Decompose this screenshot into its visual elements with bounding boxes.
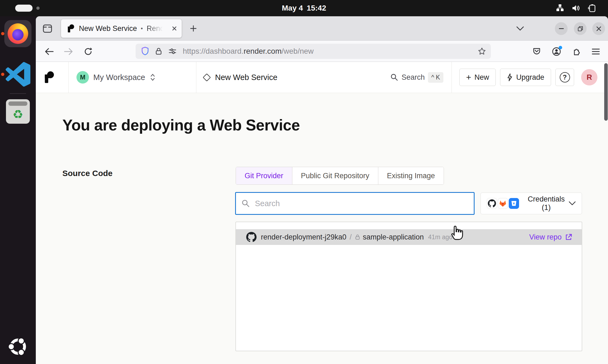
repo-search-input[interactable] [255, 199, 468, 208]
back-button[interactable] [42, 44, 56, 59]
page-title: New Web Service [215, 73, 277, 82]
account-notification-dot [559, 46, 562, 49]
browser-tab[interactable]: New Web Service • Rend [61, 19, 182, 38]
tab-git-provider[interactable]: Git Provider [236, 167, 292, 184]
extensions-button[interactable] [569, 44, 584, 59]
window-close-button[interactable] [592, 22, 605, 35]
question-icon: ? [560, 72, 570, 82]
pocket-icon [532, 47, 541, 56]
service-diamond-icon [203, 73, 211, 81]
view-repo-link[interactable]: View repo [529, 233, 572, 241]
shield-icon [141, 47, 149, 56]
window-maximize-button[interactable] [574, 22, 587, 35]
header-divider [68, 62, 69, 93]
header-divider [452, 62, 452, 93]
workspace-selector[interactable]: M My Workspace [76, 62, 156, 93]
system-tray[interactable] [555, 0, 597, 16]
app-header: M My Workspace New Web Service Search ^ … [36, 62, 608, 93]
github-chip [487, 198, 497, 209]
menu-button[interactable] [588, 44, 603, 59]
repo-name: sample-application [363, 233, 424, 241]
url-domain: render.com [244, 47, 281, 55]
tab-public-git-repository[interactable]: Public Git Repository [292, 167, 378, 184]
clock-date: May 4 [282, 4, 303, 12]
vscode-running-dot [1, 73, 4, 76]
new-button[interactable]: + New [459, 69, 496, 86]
url-path: /web/new [281, 47, 313, 55]
chevron-down-icon [569, 201, 576, 206]
lightning-icon [507, 73, 513, 81]
repo-updated-time: 41m ago [428, 234, 453, 241]
forward-button[interactable] [61, 44, 76, 59]
trash-icon: ♻ [6, 99, 30, 124]
workspace-name: My Workspace [93, 73, 145, 82]
user-avatar[interactable]: R [581, 69, 597, 85]
dock-vscode[interactable] [4, 62, 31, 87]
new-tab-button[interactable] [187, 22, 200, 35]
search-shortcut-badge: ^ K [428, 72, 443, 83]
reload-button[interactable] [81, 44, 95, 59]
repo-separator: / [350, 233, 352, 241]
browser-toolbar: https://dashboard.render.com/web/new [36, 41, 608, 62]
dock: ♻ [0, 16, 36, 364]
restore-icon [577, 26, 583, 32]
back-icon [44, 48, 54, 55]
url-text: https://dashboard.render.com/web/new [183, 47, 314, 56]
firefox-icon [4, 20, 31, 47]
search-icon [390, 73, 398, 81]
pocket-button[interactable] [529, 44, 544, 59]
plus-icon: + [466, 73, 471, 82]
vscode-icon [5, 62, 30, 87]
scrollbar-thumb[interactable] [604, 63, 608, 121]
dock-show-apps[interactable] [4, 335, 31, 358]
minimize-icon [559, 28, 564, 29]
ubuntu-logo-icon [7, 335, 29, 358]
workspace-avatar: M [76, 71, 89, 84]
github-icon [246, 232, 257, 242]
clock-time: 15:42 [307, 4, 326, 12]
tab-list-button[interactable] [513, 22, 527, 35]
battery-icon [587, 4, 597, 12]
recycle-glyph: ♻ [12, 108, 23, 120]
repo-row[interactable]: render-deployment-j29ka0 / sample-applic… [236, 229, 582, 245]
upgrade-button[interactable]: Upgrade [500, 69, 551, 86]
url-prefix: https://dashboard. [183, 47, 244, 55]
firefox-view-button[interactable] [41, 22, 54, 35]
help-button[interactable]: ? [555, 69, 574, 86]
firefox-view-icon [42, 24, 53, 33]
bookmark-star-button[interactable] [478, 47, 486, 55]
page-content: M My Workspace New Web Service Search ^ … [36, 62, 608, 364]
plus-icon [190, 25, 197, 32]
private-lock-icon [355, 234, 360, 240]
tab-close-button[interactable] [171, 25, 177, 31]
tab-title-suffix: Rend [147, 24, 164, 33]
permissions-sliders-icon[interactable] [168, 48, 177, 55]
network-icon [555, 4, 565, 12]
dock-divider [10, 93, 26, 94]
global-search-button[interactable]: Search ^ K [390, 72, 443, 83]
star-icon [478, 47, 486, 55]
search-icon [241, 199, 250, 208]
external-link-icon [565, 233, 572, 241]
credentials-dropdown[interactable]: Credentials (1) [481, 193, 582, 214]
account-button[interactable] [549, 44, 564, 59]
updown-chevron-icon [149, 73, 156, 82]
url-bar[interactable]: https://dashboard.render.com/web/new [136, 44, 491, 59]
render-favicon-icon [67, 24, 75, 33]
clock[interactable]: May 4 15:42 [0, 0, 608, 16]
browser-window: New Web Service • Rend [36, 16, 608, 364]
lock-icon[interactable] [155, 47, 162, 55]
dock-firefox[interactable] [4, 20, 31, 47]
credentials-label: Credentials (1) [524, 195, 569, 212]
tab-strip: New Web Service • Rend [36, 16, 608, 41]
bitbucket-icon [510, 200, 517, 207]
dock-trash[interactable]: ♻ [4, 99, 31, 124]
render-logo[interactable] [44, 71, 54, 84]
chevron-down-icon [516, 26, 524, 31]
hamburger-icon [592, 48, 600, 55]
volume-icon [572, 4, 580, 12]
github-icon [488, 199, 496, 207]
window-minimize-button[interactable] [555, 22, 568, 35]
tab-existing-image[interactable]: Existing Image [378, 167, 444, 184]
source-code-label: Source Code [62, 169, 113, 178]
